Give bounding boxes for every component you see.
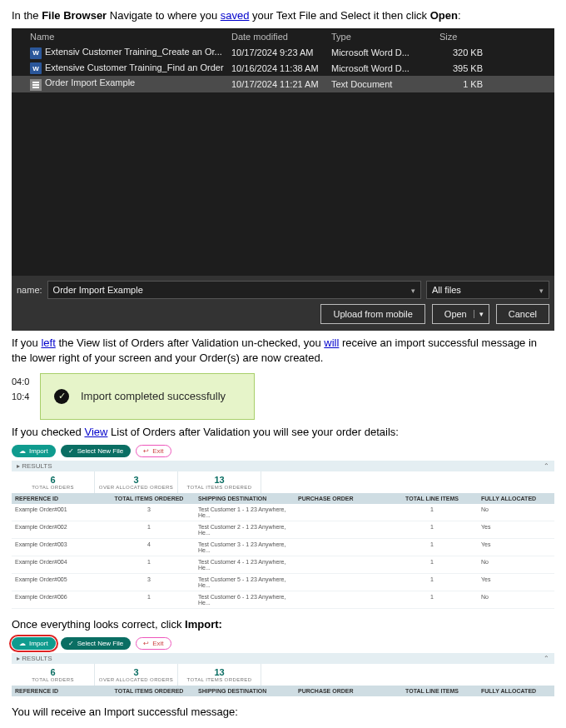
file-name: Order Import Example [45, 77, 135, 87]
cell-reference: Example Order#001 [12, 504, 103, 521]
col-fully-allocated[interactable]: FULLY ALLOCATED [478, 686, 553, 696]
file-size: 395 KB [439, 63, 489, 73]
cell-po [295, 591, 386, 608]
exit-button[interactable]: ↩ Exit [136, 445, 171, 457]
stat-card: 13TOTAL ITEMS ORDERED [178, 471, 261, 493]
collapse-icon[interactable]: ⌃ [544, 655, 549, 662]
file-name: Extensive Customer Training_Find an Orde… [45, 62, 224, 72]
cell-lines: 1 [386, 574, 478, 591]
chevron-down-icon[interactable]: ▾ [539, 287, 544, 295]
cell-po [295, 521, 386, 538]
filetype-filter[interactable]: All files ▾ [426, 281, 549, 299]
collapse-icon[interactable]: ⌃ [544, 462, 549, 470]
stats-row: 6TOTAL ORDERS3OVER ALLOCATED ORDERS13TOT… [12, 664, 554, 686]
upload-from-mobile-button[interactable]: Upload from mobile [320, 304, 424, 324]
file-type: Microsoft Word D... [331, 47, 439, 57]
table-row[interactable]: Example Order#0061Test Customer 6 - 1 23… [12, 591, 554, 609]
col-destination[interactable]: SHIPPING DESTINATION [195, 493, 295, 504]
col-total-lines[interactable]: TOTAL LINE ITEMS [386, 493, 478, 504]
word-doc-icon: W [30, 47, 42, 59]
filename-input[interactable]: Order Import Example ▾ [47, 281, 421, 299]
file-row[interactable]: WExtensiv Customer Training_Create an Or… [12, 45, 554, 61]
exit-button[interactable]: ↩ Exit [136, 637, 171, 650]
col-size[interactable]: Size [439, 32, 489, 42]
chevron-down-icon[interactable]: ▾ [474, 310, 484, 318]
cell-destination: Test Customer 1 - 1 23 Anywhere, He... [195, 504, 295, 521]
cell-destination: Test Customer 5 - 1 23 Anywhere, He... [195, 574, 295, 591]
instruction-file-browser: In the File Browser Navigate to where yo… [12, 8, 554, 23]
stat-number: 13 [178, 475, 261, 485]
cell-allocated: Yes [478, 574, 553, 591]
col-reference-id[interactable]: REFERENCE ID [12, 686, 103, 696]
cell-lines: 1 [386, 504, 478, 521]
cell-reference: Example Order#004 [12, 556, 103, 573]
cell-allocated: No [478, 591, 553, 608]
orders-table-header: REFERENCE ID TOTAL ITEMS ORDERED SHIPPIN… [12, 686, 554, 696]
cancel-button[interactable]: Cancel [496, 304, 549, 324]
cell-po [295, 556, 386, 573]
order-results-panel: ☁ Import ✓ Select New File ↩ Exit ▸ RESU… [12, 445, 554, 609]
time-value: 10:4 [12, 391, 29, 401]
table-row[interactable]: Example Order#0021Test Customer 2 - 1 23… [12, 521, 554, 539]
table-row[interactable]: Example Order#0034Test Customer 3 - 1 23… [12, 539, 554, 556]
import-success-toast: ✓ Import completed successfully [40, 373, 255, 420]
orders-table-body: Example Order#0013Test Customer 1 - 1 23… [12, 504, 554, 609]
cell-lines: 1 [386, 539, 478, 556]
file-row[interactable]: Order Import Example10/17/2024 11:21 AMT… [12, 76, 554, 92]
stat-card: 6TOTAL ORDERS [12, 471, 95, 493]
cell-lines: 1 [386, 556, 478, 573]
stat-label: TOTAL ORDERS [12, 677, 94, 682]
file-type: Text Document [331, 79, 439, 89]
stat-number: 3 [95, 667, 177, 677]
import-button[interactable]: ☁ Import [12, 445, 56, 457]
cell-po [295, 574, 386, 591]
cell-lines: 1 [386, 591, 478, 608]
select-new-file-button[interactable]: ✓ Select New File [61, 445, 132, 457]
file-browser-header: Name Date modified Type Size [12, 28, 554, 45]
open-button[interactable]: Open ▾ [432, 304, 489, 324]
stats-row: 6TOTAL ORDERS3OVER ALLOCATED ORDERS13TOT… [12, 471, 554, 493]
stat-card: 3OVER ALLOCATED ORDERS [95, 664, 178, 686]
file-row[interactable]: WExtensive Customer Training_Find an Ord… [12, 61, 554, 77]
table-row[interactable]: Example Order#0013Test Customer 1 - 1 23… [12, 504, 554, 521]
col-purchase-order[interactable]: PURCHASE ORDER [295, 493, 386, 504]
col-fully-allocated[interactable]: FULLY ALLOCATED [478, 493, 553, 504]
file-browser-empty-area [12, 92, 554, 276]
stat-label: TOTAL ORDERS [12, 485, 94, 490]
cell-destination: Test Customer 6 - 1 23 Anywhere, He... [195, 591, 295, 608]
toast-area: 04:0 10:4 ✓ Import completed successfull… [12, 371, 554, 425]
stat-label: OVER ALLOCATED ORDERS [95, 485, 177, 490]
instruction-left-unchecked: If you left the View list of Orders afte… [12, 336, 554, 366]
cell-reference: Example Order#006 [12, 591, 103, 608]
cell-allocated: No [478, 556, 553, 573]
results-header[interactable]: ▸ RESULTS ⌃ [12, 461, 554, 471]
cell-destination: Test Customer 2 - 1 23 Anywhere, He... [195, 521, 295, 538]
file-type: Microsoft Word D... [331, 63, 439, 73]
table-row[interactable]: Example Order#0041Test Customer 4 - 1 23… [12, 556, 554, 574]
chevron-down-icon[interactable]: ▾ [411, 287, 415, 295]
col-reference-id[interactable]: REFERENCE ID [12, 493, 103, 504]
stat-number: 13 [178, 667, 261, 677]
file-date: 10/17/2024 11:21 AM [231, 79, 331, 89]
cell-items: 1 [103, 591, 195, 608]
select-new-file-button[interactable]: ✓ Select New File [61, 637, 132, 650]
cell-items: 3 [103, 574, 195, 591]
stat-label: OVER ALLOCATED ORDERS [95, 677, 177, 682]
col-type[interactable]: Type [331, 32, 439, 42]
filename-value: Order Import Example [53, 285, 143, 295]
cell-destination: Test Customer 3 - 1 23 Anywhere, He... [195, 539, 295, 556]
results-header[interactable]: ▸ RESULTS ⌃ [12, 653, 554, 664]
import-button-highlighted[interactable]: ☁ Import [12, 637, 56, 650]
col-total-lines[interactable]: TOTAL LINE ITEMS [386, 686, 478, 696]
stat-label: TOTAL ITEMS ORDERED [178, 485, 261, 490]
col-total-items[interactable]: TOTAL ITEMS ORDERED [103, 493, 195, 504]
col-purchase-order[interactable]: PURCHASE ORDER [295, 686, 386, 696]
cell-items: 4 [103, 539, 195, 556]
col-destination[interactable]: SHIPPING DESTINATION [195, 686, 295, 696]
col-date[interactable]: Date modified [231, 32, 331, 42]
file-browser-bottom: name: Order Import Example ▾ All files ▾… [12, 276, 554, 331]
col-total-items[interactable]: TOTAL ITEMS ORDERED [103, 686, 195, 696]
table-row[interactable]: Example Order#0053Test Customer 5 - 1 23… [12, 574, 554, 591]
file-date: 10/17/2024 9:23 AM [231, 47, 331, 57]
col-name[interactable]: Name [30, 32, 231, 42]
